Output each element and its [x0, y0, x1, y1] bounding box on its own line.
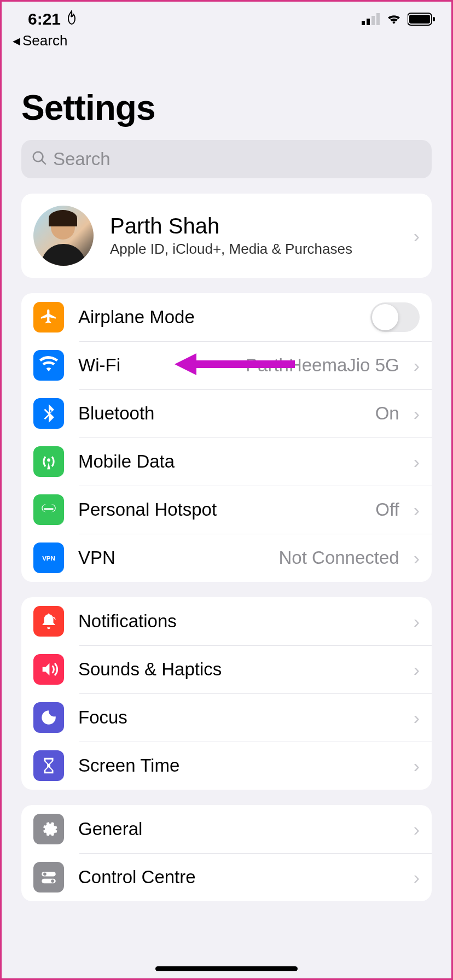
status-bar: 6:21 [2, 2, 451, 29]
focus-row[interactable]: Focus › [21, 693, 432, 742]
general-row[interactable]: General › [21, 805, 432, 853]
hotspot-row[interactable]: Personal Hotspot Off › [21, 486, 432, 534]
control-centre-row[interactable]: Control Centre › [21, 853, 432, 901]
speaker-icon [33, 654, 64, 685]
svg-rect-3 [376, 13, 380, 25]
screentime-row[interactable]: Screen Time › [21, 742, 432, 790]
profile-name: Parth Shah [110, 214, 397, 238]
notifications-label: Notifications [78, 611, 399, 632]
gear-icon [33, 814, 64, 844]
profile-subtitle: Apple ID, iCloud+, Media & Purchases [110, 241, 397, 258]
svg-rect-0 [362, 21, 365, 25]
focus-label: Focus [78, 707, 399, 728]
back-label: Search [22, 32, 67, 49]
home-indicator[interactable] [155, 966, 298, 971]
cellular-signal-icon [362, 13, 380, 25]
chevron-right-icon: › [414, 225, 420, 247]
flame-icon [65, 10, 78, 28]
control-centre-label: Control Centre [78, 867, 399, 888]
svg-rect-5 [409, 15, 430, 24]
wifi-row[interactable]: Wi-Fi ParthHeemaJio 5G › [21, 341, 432, 389]
page-title: Settings [2, 49, 451, 135]
svg-rect-2 [371, 16, 375, 25]
screentime-label: Screen Time [78, 755, 399, 776]
chevron-right-icon: › [414, 451, 420, 472]
chevron-right-icon: › [414, 355, 420, 376]
bell-icon [33, 606, 64, 637]
svg-point-12 [51, 879, 54, 883]
svg-rect-6 [433, 17, 435, 21]
svg-rect-1 [367, 19, 370, 25]
airplane-toggle[interactable] [370, 302, 420, 332]
moon-icon [33, 702, 64, 733]
notifications-row[interactable]: Notifications › [21, 597, 432, 645]
hotspot-value: Off [375, 499, 399, 520]
vpn-value: Not Connected [279, 547, 399, 568]
search-input[interactable]: Search [21, 140, 432, 178]
hotspot-label: Personal Hotspot [78, 499, 361, 520]
general-group: General › Control Centre › [21, 805, 432, 901]
bluetooth-row[interactable]: Bluetooth On › [21, 389, 432, 438]
wifi-status-icon [386, 13, 402, 25]
battery-icon [408, 13, 435, 26]
general-label: General [78, 819, 399, 839]
search-placeholder: Search [53, 149, 111, 170]
chevron-right-icon: › [414, 819, 420, 840]
chevron-right-icon: › [414, 867, 420, 888]
back-arrow-icon: ◀ [13, 35, 20, 47]
bluetooth-icon [33, 398, 64, 429]
chevron-right-icon: › [414, 707, 420, 728]
profile-group: Parth Shah Apple ID, iCloud+, Media & Pu… [21, 194, 432, 278]
vpn-icon: VPN [33, 542, 64, 573]
bluetooth-value: On [375, 403, 399, 424]
status-time: 6:21 [28, 10, 61, 28]
mobile-data-row[interactable]: Mobile Data › [21, 438, 432, 486]
vpn-row[interactable]: VPN VPN Not Connected › [21, 534, 432, 582]
vpn-label: VPN [78, 547, 265, 568]
chevron-right-icon: › [414, 611, 420, 632]
profile-row[interactable]: Parth Shah Apple ID, iCloud+, Media & Pu… [21, 194, 432, 278]
hourglass-icon [33, 750, 64, 781]
search-icon [31, 150, 48, 168]
airplane-icon [33, 302, 64, 332]
chevron-right-icon: › [414, 547, 420, 569]
system-group: Notifications › Sounds & Haptics › Focus… [21, 597, 432, 790]
avatar [33, 206, 94, 266]
airplane-label: Airplane Mode [78, 307, 356, 328]
sounds-row[interactable]: Sounds & Haptics › [21, 645, 432, 693]
sounds-label: Sounds & Haptics [78, 659, 399, 680]
airplane-mode-row[interactable]: Airplane Mode [21, 293, 432, 341]
svg-text:VPN: VPN [42, 555, 55, 562]
bluetooth-label: Bluetooth [78, 403, 361, 424]
chevron-right-icon: › [414, 403, 420, 424]
mobile-data-label: Mobile Data [78, 451, 399, 472]
svg-point-10 [43, 873, 47, 876]
annotation-arrow [175, 351, 295, 380]
antenna-icon [33, 446, 64, 477]
toggles-icon [33, 862, 64, 892]
connectivity-group: Airplane Mode Wi-Fi ParthHeemaJio 5G › B… [21, 293, 432, 582]
chevron-right-icon: › [414, 499, 420, 521]
chevron-right-icon: › [414, 755, 420, 777]
back-navigation[interactable]: ◀ Search [2, 29, 451, 49]
chevron-right-icon: › [414, 659, 420, 680]
hotspot-icon [33, 494, 64, 525]
wifi-icon [33, 350, 64, 381]
